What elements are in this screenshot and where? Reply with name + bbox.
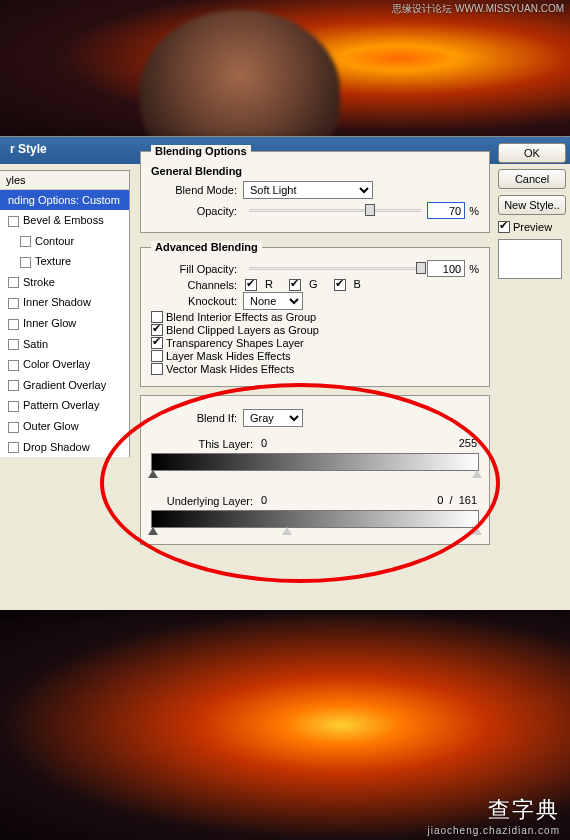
checkbox-icon[interactable] — [8, 319, 19, 330]
sidebar-item-bevel-emboss[interactable]: Bevel & Emboss — [0, 210, 129, 231]
checkbox-icon[interactable] — [8, 360, 19, 371]
watermark-bottom: 查字典 jiaocheng.chazidian.com — [427, 795, 560, 836]
channel-g-label: G — [309, 278, 318, 290]
underlying-black-value: 0 — [261, 494, 267, 506]
opt-layer-mask-hides-checkbox[interactable] — [151, 350, 163, 362]
underlying-layer-gradient[interactable] — [151, 510, 479, 528]
blend-if-underlying-layer: Underlying Layer: 0 0 / 161 — [151, 487, 479, 534]
checkbox-icon[interactable] — [20, 236, 31, 247]
slider-handle-icon[interactable] — [148, 470, 158, 478]
sidebar-item-stroke[interactable]: Stroke — [0, 272, 129, 293]
ok-button[interactable]: OK — [498, 143, 566, 163]
sidebar-item-label: Gradient Overlay — [23, 379, 106, 391]
underlying-layer-label: Underlying Layer: — [151, 495, 253, 507]
checkbox-icon[interactable] — [8, 216, 19, 227]
channel-b-checkbox[interactable] — [334, 279, 346, 291]
checkbox-icon[interactable] — [8, 339, 19, 350]
fill-opacity-slider[interactable] — [249, 267, 421, 270]
styles-sidebar: yles nding Options: Custom Bevel & Embos… — [0, 170, 130, 457]
opacity-slider[interactable] — [249, 209, 421, 212]
sidebar-item-inner-shadow[interactable]: Inner Shadow — [0, 292, 129, 313]
sidebar-item-label: Stroke — [23, 276, 55, 288]
sidebar-item-label: Inner Shadow — [23, 296, 91, 308]
channel-g-checkbox[interactable] — [289, 279, 301, 291]
slider-handle-icon[interactable] — [472, 527, 482, 535]
channel-b-label: B — [354, 278, 361, 290]
knockout-select[interactable]: None — [243, 292, 303, 310]
sidebar-item-label: Contour — [35, 235, 74, 247]
preview-swatch — [498, 239, 562, 279]
new-style-button[interactable]: New Style.. — [498, 195, 566, 215]
opt-blend-interior-label: Blend Interior Effects as Group — [166, 311, 316, 323]
advanced-blending-legend: Advanced Blending — [151, 241, 262, 253]
this-layer-white-value: 255 — [459, 437, 477, 449]
blending-options-legend: Blending Options — [151, 145, 251, 157]
checkbox-icon[interactable] — [8, 298, 19, 309]
underlying-white-value: 0 / 161 — [437, 494, 477, 506]
sidebar-item-blending-options[interactable]: nding Options: Custom — [0, 190, 129, 210]
dialog-title: r Style — [10, 142, 47, 156]
checkbox-icon[interactable] — [8, 401, 19, 412]
advanced-blending-fieldset: Advanced Blending Fill Opacity: % Channe… — [140, 241, 490, 387]
blend-mode-label: Blend Mode: — [151, 184, 237, 196]
opt-transparency-shapes-checkbox[interactable] — [151, 337, 163, 349]
checkbox-icon[interactable] — [8, 422, 19, 433]
preview-checkbox[interactable] — [498, 221, 510, 233]
preview-label: Preview — [513, 221, 552, 233]
watermark-top: 思缘设计论坛 WWW.MISSYUAN.COM — [392, 2, 564, 16]
checkbox-icon[interactable] — [20, 257, 31, 268]
sidebar-item-drop-shadow[interactable]: Drop Shadow — [0, 437, 129, 458]
opt-layer-mask-hides-label: Layer Mask Hides Effects — [166, 350, 291, 362]
dialog-buttons: OK Cancel New Style.. Preview — [498, 143, 570, 279]
channels-label: Channels: — [151, 279, 237, 291]
opacity-percent: % — [469, 205, 479, 217]
sidebar-item-label: Outer Glow — [23, 420, 79, 432]
opt-blend-clipped-label: Blend Clipped Layers as Group — [166, 324, 319, 336]
sidebar-item-label: Satin — [23, 338, 48, 350]
knockout-label: Knockout: — [151, 295, 237, 307]
sidebar-item-contour[interactable]: Contour — [0, 231, 129, 252]
background-image-top — [0, 0, 570, 145]
layer-style-dialog: r Style yles nding Options: Custom Bevel… — [0, 136, 570, 610]
sidebar-header: yles — [0, 171, 129, 190]
checkbox-icon[interactable] — [8, 277, 19, 288]
fill-opacity-input[interactable] — [427, 260, 465, 277]
slider-handle-icon[interactable] — [472, 470, 482, 478]
sidebar-item-label: Inner Glow — [23, 317, 76, 329]
sidebar-item-gradient-overlay[interactable]: Gradient Overlay — [0, 375, 129, 396]
sidebar-item-inner-glow[interactable]: Inner Glow — [0, 313, 129, 334]
this-layer-gradient[interactable] — [151, 453, 479, 471]
blending-options-panel: Blending Options General Blending Blend … — [140, 145, 490, 600]
sidebar-item-label: Texture — [35, 255, 71, 267]
cancel-button[interactable]: Cancel — [498, 169, 566, 189]
blend-if-fieldset: Blend If: Gray This Layer: 0 255 — [140, 395, 490, 545]
sidebar-item-label: Bevel & Emboss — [23, 214, 104, 226]
this-layer-label: This Layer: — [151, 438, 253, 450]
slider-handle-icon[interactable] — [282, 527, 292, 535]
sidebar-item-outer-glow[interactable]: Outer Glow — [0, 416, 129, 437]
opt-transparency-shapes-label: Transparency Shapes Layer — [166, 337, 304, 349]
fill-opacity-label: Fill Opacity: — [151, 263, 237, 275]
blend-mode-select[interactable]: Soft Light — [243, 181, 373, 199]
sidebar-item-texture[interactable]: Texture — [0, 251, 129, 272]
channel-r-checkbox[interactable] — [245, 279, 257, 291]
checkbox-icon[interactable] — [8, 442, 19, 453]
blend-if-this-layer: This Layer: 0 255 — [151, 430, 479, 477]
watermark-small: jiaocheng.chazidian.com — [427, 825, 560, 836]
channel-r-label: R — [265, 278, 273, 290]
checkbox-icon[interactable] — [8, 380, 19, 391]
opt-vector-mask-hides-checkbox[interactable] — [151, 363, 163, 375]
blend-if-select[interactable]: Gray — [243, 409, 303, 427]
slider-handle-icon[interactable] — [148, 527, 158, 535]
general-blending-title: General Blending — [151, 165, 479, 177]
opacity-input[interactable] — [427, 202, 465, 219]
sidebar-item-pattern-overlay[interactable]: Pattern Overlay — [0, 395, 129, 416]
sidebar-item-label: nding Options: Custom — [8, 194, 120, 206]
opacity-label: Opacity: — [151, 205, 237, 217]
blend-if-label: Blend If: — [151, 412, 237, 424]
blending-options-fieldset: Blending Options General Blending Blend … — [140, 145, 490, 233]
sidebar-item-label: Pattern Overlay — [23, 399, 99, 411]
sidebar-item-satin[interactable]: Satin — [0, 334, 129, 355]
sidebar-item-color-overlay[interactable]: Color Overlay — [0, 354, 129, 375]
watermark-big: 查字典 — [488, 797, 560, 822]
